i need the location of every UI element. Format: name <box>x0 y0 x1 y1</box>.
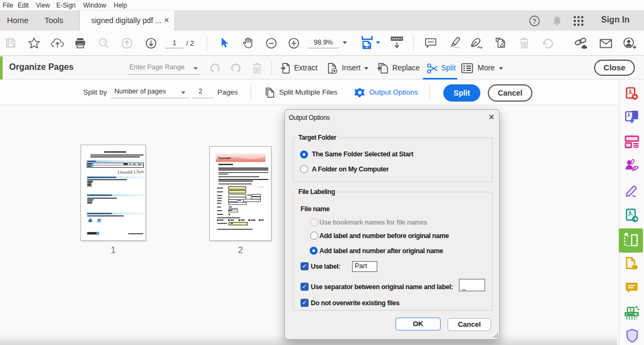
svg-text:Feersam: Feersam <box>218 156 231 160</box>
svg-text:?: ? <box>532 18 536 25</box>
svg-text:Oswald Chen: Oswald Chen <box>118 169 144 175</box>
